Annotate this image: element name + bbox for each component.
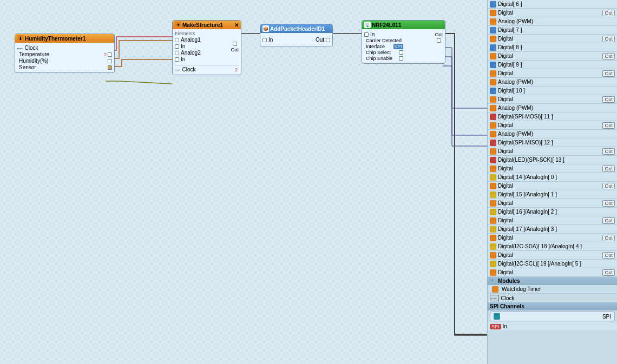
humidity-thermometer-node[interactable]: 🌡 HumidityThermometer1 ⌐⌐ Clock Temperat…	[15, 34, 115, 73]
in1-port[interactable]	[175, 44, 179, 49]
panel-digital-out14: Digital Out	[488, 268, 617, 277]
digital-icon10	[490, 200, 496, 207]
clock-signal-icon: ⌐⌐	[490, 295, 499, 301]
spi-mosi-icon	[490, 114, 496, 120]
panel-digital10: Digital[ 10 ]	[488, 87, 617, 95]
panel-digital17-analogin3: Digital[ 17 ]/AnalogIn[ 3 ]	[488, 225, 617, 234]
digital-icon5	[490, 96, 496, 103]
clock-section-row: ⌐⌐ Clock	[488, 294, 617, 302]
temperature-port-row: Temperature 2	[17, 51, 112, 57]
panel-digital-out8: Digital Out	[488, 164, 617, 173]
chip-enable-port[interactable]	[399, 56, 403, 61]
modules-section-header: 🔧 Modules	[488, 277, 617, 285]
panel-analog-pwm3: Analog (PWM)	[488, 104, 617, 112]
clock-row-make: ⌐⌐ Clock 2	[175, 65, 239, 72]
digital16-icon	[490, 209, 496, 215]
digital15-icon	[490, 191, 496, 198]
nrf-out-port[interactable]	[437, 38, 441, 43]
spi-sck-icon	[490, 157, 496, 163]
panel-digital-out4: Digital Out	[488, 69, 617, 78]
chip-select-row: Chip Select	[364, 50, 403, 55]
panel-digital19-analogin5: Digital(I2C-SCL)[ 19 ]/AnalogIn[ 5 ]	[488, 260, 617, 268]
add-packet-node[interactable]: 📦 AddPacketHeaderID1 In Out	[260, 24, 333, 47]
digital7-icon	[490, 27, 496, 34]
digital19-icon	[490, 261, 496, 267]
clock-icon-symbol: ⌐⌐	[17, 45, 23, 51]
panel-digital-out10: Digital Out	[488, 199, 617, 208]
in2-port-row: In	[175, 56, 202, 62]
nrf-in-row: In	[364, 31, 403, 37]
analog-pwm-icon2	[490, 79, 496, 85]
digital6-icon	[490, 1, 496, 8]
clock-port-row: ⌐⌐ Clock	[17, 45, 112, 51]
panel-digital-out5: Digital Out	[488, 95, 617, 104]
panel-analog-pwm4: Analog (PWM)	[488, 130, 617, 138]
digital-icon12	[490, 235, 496, 241]
in2-port[interactable]	[175, 57, 179, 62]
sensor-port-row: Sensor	[17, 64, 112, 70]
digital-icon1	[490, 10, 496, 16]
analog2-in-port[interactable]	[175, 51, 179, 55]
add-packet-header: 📦 AddPacketHeaderID1	[260, 24, 332, 33]
panel-digital15-analogin1: Digital[ 15 ]/AnalogIn[ 1 ]	[488, 190, 617, 199]
analog-pwm-icon1	[490, 18, 496, 25]
humidity-thermometer-body: ⌐⌐ Clock Temperature 2 Humidity(%) Senso…	[15, 43, 114, 72]
spi-miso-icon	[490, 140, 496, 146]
digital-icon13	[490, 252, 496, 259]
digital-icon11	[490, 217, 496, 224]
chip-select-port[interactable]	[399, 50, 403, 55]
digital-icon14	[490, 269, 496, 276]
analog-pwm-icon3	[490, 105, 496, 111]
digital-icon7	[490, 148, 496, 155]
digital-icon6	[490, 122, 496, 129]
analog2-port-row: Analog2	[175, 50, 202, 56]
analog1-port-row: Analog1	[175, 37, 202, 43]
add-packet-icon: 📦	[262, 25, 269, 32]
digital-icon9	[490, 183, 496, 189]
nrf-header: 📡 NRF24L011	[362, 21, 445, 29]
panel-digital-spi-sck: Digital(LED)(SPI-SCK)[ 13 ]	[488, 156, 617, 164]
add-packet-in-port[interactable]	[262, 38, 267, 42]
panel-digital-out3: Digital Out	[488, 52, 617, 61]
digital-icon4	[490, 70, 496, 77]
panel-digital-spi-mosi: Digital(SPI-MOSI)[ 11 ]	[488, 112, 617, 121]
digital17-icon	[490, 226, 496, 233]
humidity-icon: 🌡	[17, 35, 24, 42]
nrf-icon: 📡	[364, 22, 371, 28]
digital8-icon	[490, 44, 496, 51]
elements-label: Elements	[175, 31, 202, 36]
digital14-icon	[490, 174, 496, 181]
nrf-node[interactable]: 📡 NRF24L011 In Carrier Detected Interfac…	[362, 20, 445, 64]
panel-digital-out6: Digital Out	[488, 121, 617, 130]
analog-pwm-icon4	[490, 131, 496, 137]
watchdog-icon	[492, 286, 498, 293]
add-packet-out-port[interactable]	[326, 38, 330, 42]
make-structure-body: Elements Analog1 In Analog2 In	[173, 29, 241, 75]
spi-item[interactable]: SPI	[490, 312, 615, 321]
make-structure-close[interactable]: ✕	[234, 22, 239, 28]
panel-digital-out11: Digital Out	[488, 216, 617, 225]
panel-analog-pwm1: Analog (PWM)	[488, 17, 617, 26]
make-structure-out-port[interactable]	[233, 42, 237, 46]
digital6-label: Digital[ 6 ]	[498, 1, 522, 7]
panel-digital-out2: Digital Out	[488, 35, 617, 43]
make-structure-header: ✦ MakeStructure1 ✕	[173, 21, 241, 29]
humidity-out-port[interactable]	[108, 59, 112, 63]
sensor-out-port[interactable]	[108, 65, 112, 70]
panel-digital-out13: Digital Out	[488, 251, 617, 260]
panel-digital14-analogin0: Digital[ 14 ]/AnalogIn[ 0 ]	[488, 173, 617, 182]
right-panel: Digital[ 6 ] Digital Out Analog (PWM) Di…	[487, 0, 617, 364]
spi-channels-header: SPI Channels	[488, 302, 617, 310]
watchdog-timer-item[interactable]: Watchdog Timer	[488, 285, 617, 294]
nrf-in-port[interactable]	[364, 32, 369, 37]
analog1-in-port[interactable]	[175, 38, 179, 42]
panel-digital-out1: Digital Out	[488, 9, 617, 17]
panel-analog-pwm2: Analog (PWM)	[488, 78, 617, 87]
in1-port-row: In	[175, 43, 202, 49]
modules-icon: 🔧	[490, 278, 496, 284]
interface-row: Interface SPI	[364, 44, 403, 49]
make-structure-icon: ✦	[175, 22, 181, 28]
panel-digital18-analogin4: Digital(I2C-SDA)[ 18 ]/AnalogIn[ 4 ]	[488, 242, 617, 251]
make-structure-node[interactable]: ✦ MakeStructure1 ✕ Elements Analog1 In A…	[172, 20, 241, 75]
temperature-out-port[interactable]	[108, 52, 112, 57]
